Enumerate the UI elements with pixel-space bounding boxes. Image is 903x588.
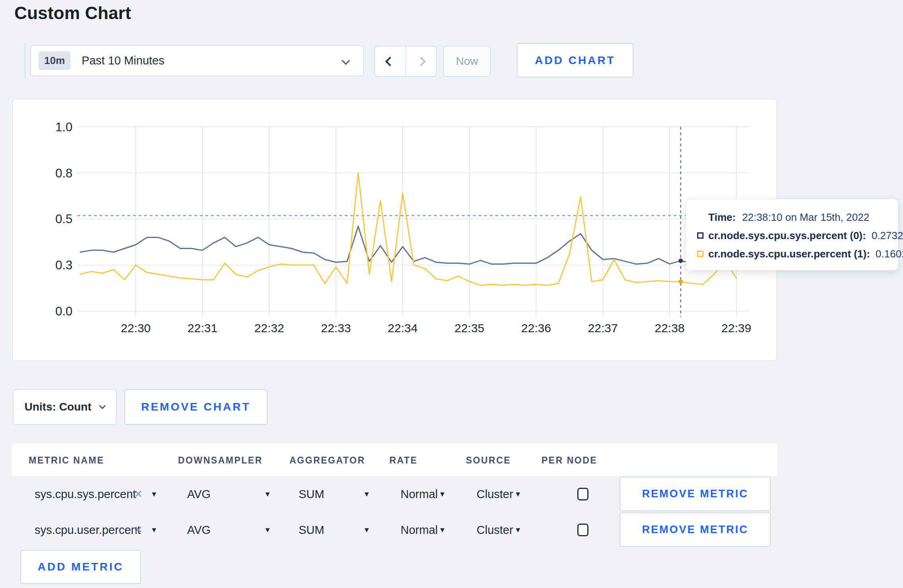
col-header-downsampler: DOWNSAMPLER [178, 455, 263, 466]
remove-metric-button[interactable]: REMOVE METRIC [620, 512, 771, 547]
tooltip-series-0-label: cr.node.sys.cpu.sys.percent (0): [708, 230, 866, 242]
close-icon[interactable]: ✕ [134, 488, 143, 500]
time-nav-group [374, 46, 437, 77]
metric-name-select[interactable]: sys.cpu.sys.percent [35, 488, 136, 501]
series-1-swatch-icon [697, 251, 704, 257]
col-header-aggregator: AGGREGATOR [289, 455, 365, 466]
chevron-down-icon [99, 403, 106, 409]
svg-text:22:35: 22:35 [454, 321, 484, 335]
time-range-badge: 10m [39, 51, 70, 70]
svg-text:0.5: 0.5 [55, 212, 72, 226]
tooltip-time-label: Time: [708, 211, 736, 224]
svg-text:0.8: 0.8 [55, 166, 72, 180]
source-select[interactable]: Cluster [477, 524, 513, 537]
svg-text:22:34: 22:34 [388, 321, 418, 335]
time-range-label: Past 10 Minutes [82, 54, 164, 67]
svg-text:0.0: 0.0 [55, 304, 72, 318]
metric-row-1: sys.cpu.user.percent ✕ ▼ AVG ▼ SUM ▼ Nor… [12, 512, 777, 548]
rate-select[interactable]: Normal [401, 488, 438, 501]
units-dropdown[interactable]: Units: Count [13, 389, 117, 425]
tooltip-time-value: 22:38:10 on Mar 15th, 2022 [742, 211, 869, 224]
svg-text:0.3: 0.3 [55, 258, 72, 272]
remove-chart-button[interactable]: REMOVE CHART [124, 389, 268, 425]
close-icon[interactable]: ✕ [134, 524, 143, 536]
caret-down-icon[interactable]: ▼ [514, 490, 522, 498]
chevron-down-icon [342, 56, 350, 65]
time-forward-button[interactable] [405, 47, 436, 76]
col-header-metric-name: METRIC NAME [29, 455, 104, 466]
caret-down-icon[interactable]: ▼ [439, 526, 446, 534]
timeseries-chart[interactable]: 0.00.30.50.81.022:3022:3122:3222:3322:34… [13, 99, 778, 362]
col-header-source: SOURCE [466, 455, 511, 466]
per-node-checkbox[interactable] [577, 488, 588, 500]
now-button[interactable]: Now [443, 46, 491, 77]
caret-down-icon[interactable]: ▼ [150, 490, 158, 498]
caret-down-icon[interactable]: ▼ [264, 490, 271, 498]
caret-down-icon[interactable]: ▼ [150, 526, 158, 534]
col-header-per-node: PER NODE [541, 455, 597, 466]
aggregator-select[interactable]: SUM [299, 524, 324, 537]
svg-text:22:37: 22:37 [588, 321, 618, 335]
toolbar-divider [25, 43, 25, 79]
svg-text:1.0: 1.0 [55, 120, 72, 134]
caret-down-icon[interactable]: ▼ [363, 490, 370, 498]
units-label: Units: Count [25, 401, 92, 413]
tooltip-series-1-value: 0.1601 [876, 248, 903, 260]
svg-text:22:32: 22:32 [254, 321, 284, 335]
downsampler-select[interactable]: AVG [187, 488, 211, 501]
add-chart-button[interactable]: ADD CHART [517, 43, 633, 78]
time-range-dropdown[interactable]: 10m Past 10 Minutes [30, 45, 364, 76]
per-node-checkbox[interactable] [577, 524, 588, 536]
tooltip-series-0-value: 0.2732 [872, 230, 903, 242]
chevron-left-icon [385, 56, 395, 66]
page-title: Custom Chart [14, 3, 131, 23]
svg-text:22:30: 22:30 [121, 321, 150, 335]
series-0-swatch-icon [697, 232, 704, 239]
caret-down-icon[interactable]: ▼ [264, 526, 271, 534]
caret-down-icon[interactable]: ▼ [363, 526, 370, 534]
chart-hover-tooltip: Time: 22:38:10 on Mar 15th, 2022 cr.node… [686, 199, 898, 271]
tooltip-series-1-label: cr.node.sys.cpu.user.percent (1): [708, 248, 870, 260]
svg-text:22:38: 22:38 [655, 321, 684, 335]
svg-text:22:33: 22:33 [321, 321, 351, 335]
metric-name-select[interactable]: sys.cpu.user.percent [35, 524, 141, 537]
svg-text:22:39: 22:39 [721, 321, 751, 335]
svg-text:22:36: 22:36 [521, 321, 551, 335]
downsampler-select[interactable]: AVG [187, 524, 211, 537]
chevron-right-icon [416, 56, 426, 66]
time-back-button[interactable] [375, 47, 405, 76]
svg-text:22:31: 22:31 [188, 321, 217, 335]
caret-down-icon[interactable]: ▼ [514, 526, 522, 534]
metric-row-0: sys.cpu.sys.percent ✕ ▼ AVG ▼ SUM ▼ Norm… [12, 476, 777, 512]
add-metric-button[interactable]: ADD METRIC [20, 550, 141, 584]
rate-select[interactable]: Normal [401, 524, 438, 537]
remove-metric-button[interactable]: REMOVE METRIC [620, 477, 771, 511]
aggregator-select[interactable]: SUM [299, 488, 324, 501]
chart-card: 0.00.30.50.81.022:3022:3122:3222:3322:34… [12, 99, 777, 361]
source-select[interactable]: Cluster [477, 488, 513, 501]
col-header-rate: RATE [389, 455, 418, 466]
caret-down-icon[interactable]: ▼ [439, 490, 446, 498]
